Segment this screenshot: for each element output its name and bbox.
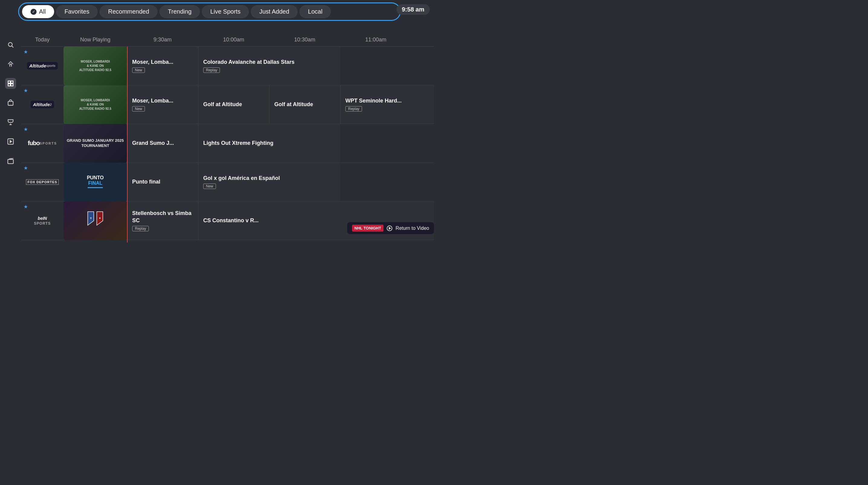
altitude2-logo: Altitude 2 — [31, 101, 54, 108]
thumbnail-altitude2[interactable]: MOSER, LOMBARDI& KANE ONALTITUDE RADIO 9… — [63, 85, 127, 124]
svg-text:⚜: ⚜ — [90, 217, 92, 220]
sidebar-trophy[interactable] — [5, 117, 16, 128]
foxd-logo: FOX DEPORTES — [26, 179, 59, 185]
filter-live-sports[interactable]: Live Sports — [202, 5, 249, 18]
col-today: Today — [21, 37, 63, 43]
filter-trending[interactable]: Trending — [159, 5, 200, 18]
channel-logo-bein: ★ beIN SPORTS — [21, 201, 63, 240]
svg-marker-8 — [10, 140, 12, 142]
program-cell-fubo-2[interactable]: Lights Out Xtreme Fighting — [198, 124, 340, 162]
thumbnail-text-altitude: MOSER, LOMBARDI& KANE ONALTITUDE RADIO 9… — [77, 57, 114, 75]
badge-new-foxd-2: New — [203, 184, 216, 189]
program-cell-altitude2-3[interactable]: Golf at Altitude — [269, 85, 340, 124]
check-icon: ✓ — [31, 9, 37, 15]
bein-logo: beIN SPORTS — [34, 216, 51, 226]
svg-rect-4 — [8, 84, 10, 86]
col-1100am: 11:00am — [340, 37, 411, 43]
sidebar-clapper[interactable] — [5, 155, 16, 166]
thumbnail-text-altitude2: MOSER, LOMBARDI& KANE ONALTITUDE RADIO 9… — [77, 96, 114, 114]
program-title-altitude2-2: Golf at Altitude — [203, 101, 264, 108]
thumbnail-foxd[interactable]: PUNTO FINAL — [63, 163, 127, 201]
channel-row-altitude2: ★ Altitude 2 MOSER, LOMBARDI& KANE ONALT… — [21, 85, 434, 124]
svg-point-0 — [8, 43, 12, 46]
thumbnail-text-foxd: PUNTO FINAL — [84, 173, 106, 192]
time-display: 9:58 am — [397, 4, 430, 15]
badge-new-altitude2-1: New — [132, 106, 145, 111]
program-cell-foxd-2[interactable]: Gol x gol América en Español New — [198, 163, 340, 201]
channel-row-fubo: ★ fubo SPORTS GRAND SUMO JANUARY 2025 TO… — [21, 124, 434, 163]
sidebar-guide[interactable] — [5, 78, 16, 89]
badge-replay-bein-1: Replay — [132, 226, 149, 231]
svg-rect-6 — [8, 101, 13, 105]
program-title-foxd-2: Gol x gol América en Español — [203, 175, 335, 182]
filter-local[interactable]: Local — [300, 5, 331, 18]
channel-logo-altitude: ★ Altitude sports — [21, 46, 63, 85]
program-title-altitude2-3: Golf at Altitude — [274, 101, 335, 108]
program-cells-altitude2: Moser, Lomba... New Golf at Altitude Gol… — [127, 85, 434, 124]
col-1030am: 10:30am — [269, 37, 340, 43]
filter-recommended[interactable]: Recommended — [99, 5, 158, 18]
altitude-logo: Altitude sports — [27, 62, 58, 69]
program-cell-bein-1[interactable]: Stellenbosch vs Simba SC Replay — [127, 201, 198, 240]
favorite-star-foxd[interactable]: ★ — [24, 165, 28, 171]
return-to-video[interactable]: NHL TONIGHT Return to Video — [347, 222, 434, 234]
badge-replay-altitude2-4: Replay — [345, 106, 362, 111]
program-cell-foxd-1[interactable]: Punto final — [127, 163, 198, 201]
program-title-altitude2-1: Moser, Lomba... — [132, 97, 193, 104]
program-cell-altitude-1[interactable]: Moser, Lomba... New — [127, 46, 198, 85]
filter-favorites[interactable]: Favorites — [56, 5, 98, 18]
content-area: ★ Altitude sports MOSER, LOMBARDI& KANE … — [21, 46, 434, 243]
program-cell-fubo-1[interactable]: Grand Sumo J... — [127, 124, 198, 162]
fubo-logo: fubo SPORTS — [28, 140, 57, 147]
svg-line-1 — [12, 46, 13, 47]
program-title-altitude-1: Moser, Lomba... — [132, 59, 193, 66]
svg-rect-9 — [8, 159, 13, 164]
channel-row-foxd: ★ FOX DEPORTES PUNTO FINAL Punto final G… — [21, 163, 434, 201]
svg-text:✦: ✦ — [99, 217, 101, 220]
program-title-altitude-2: Colorado Avalanche at Dallas Stars — [203, 59, 335, 66]
channel-row-altitude: ★ Altitude sports MOSER, LOMBARDI& KANE … — [21, 46, 434, 85]
svg-marker-15 — [389, 227, 391, 229]
sidebar-bag[interactable] — [5, 97, 16, 108]
channel-row-bein: ★ beIN SPORTS ⚜ ✦ Stellenbosch vs Simba … — [21, 201, 434, 240]
badge-replay-altitude-2: Replay — [203, 67, 220, 73]
sidebar-search[interactable] — [5, 39, 16, 50]
filter-bar: ✓ All Favorites Recommended Trending Liv… — [22, 5, 397, 18]
badge-new-altitude-1: New — [132, 67, 145, 73]
filter-just-added[interactable]: Just Added — [251, 5, 298, 18]
col-1000am: 10:00am — [198, 37, 269, 43]
program-cells-fubo: Grand Sumo J... Lights Out Xtreme Fighti… — [127, 124, 434, 162]
program-title-fubo-2: Lights Out Xtreme Fighting — [203, 140, 335, 147]
sidebar-play[interactable] — [5, 136, 16, 147]
program-title-altitude2-4: WPT Seminole Hard... — [345, 97, 429, 104]
program-cell-altitude2-1[interactable]: Moser, Lomba... New — [127, 85, 198, 124]
favorite-star-fubo[interactable]: ★ — [24, 126, 28, 132]
svg-rect-5 — [11, 84, 13, 86]
favorite-star-bein[interactable]: ★ — [24, 204, 28, 209]
thumbnail-svg-bein: ⚜ ✦ — [83, 210, 107, 231]
filter-all[interactable]: ✓ All — [22, 5, 54, 18]
nhl-badge: NHL TONIGHT — [352, 225, 383, 232]
program-cell-altitude2-4[interactable]: WPT Seminole Hard... Replay — [340, 85, 434, 124]
play-circle-icon — [386, 225, 393, 231]
program-cell-altitude-2[interactable]: Colorado Avalanche at Dallas Stars Repla… — [198, 46, 340, 85]
thumbnail-bein[interactable]: ⚜ ✦ — [63, 201, 127, 240]
return-to-video-label: Return to Video — [396, 226, 429, 231]
channel-logo-altitude2: ★ Altitude 2 — [21, 85, 63, 124]
thumbnail-altitude[interactable]: MOSER, LOMBARDI& KANE ONALTITUDE RADIO 9… — [63, 46, 127, 85]
timeline-header: Today Now Playing 9:30am 10:00am 10:30am… — [21, 33, 434, 46]
sidebar-home[interactable] — [5, 59, 16, 69]
col-930am: 9:30am — [127, 37, 198, 43]
svg-rect-3 — [11, 81, 13, 83]
favorite-star-altitude[interactable]: ★ — [24, 49, 28, 55]
program-cells-altitude: Moser, Lomba... New Colorado Avalanche a… — [127, 46, 434, 85]
thumbnail-text-fubo: GRAND SUMO JANUARY 2025 TOURNAMENT — [66, 138, 125, 149]
program-cell-altitude2-2[interactable]: Golf at Altitude — [198, 85, 269, 124]
now-line — [127, 46, 128, 243]
favorite-star-altitude2[interactable]: ★ — [24, 88, 28, 93]
channel-logo-fubo: ★ fubo SPORTS — [21, 124, 63, 162]
sidebar — [0, 33, 21, 243]
thumbnail-fubo[interactable]: GRAND SUMO JANUARY 2025 TOURNAMENT — [63, 124, 127, 163]
col-now-playing: Now Playing — [63, 37, 127, 43]
filter-bar-wrapper: ✓ All Favorites Recommended Trending Liv… — [18, 2, 401, 21]
